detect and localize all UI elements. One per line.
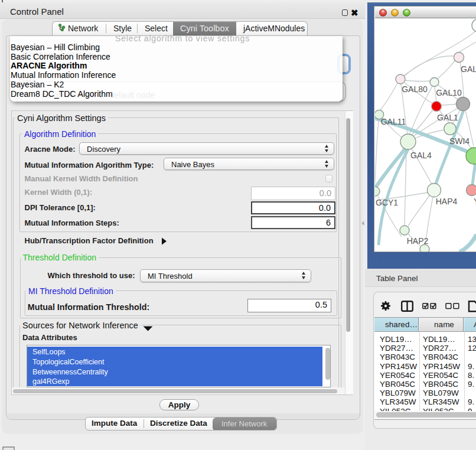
svg-text:GAL7: GAL7 [461, 64, 476, 74]
svg-text:GCY1: GCY1 [376, 198, 398, 207]
svg-text:SWI4: SWI4 [449, 136, 470, 146]
svg-text:Y: Y [474, 197, 476, 206]
svg-text:GAL80: GAL80 [402, 84, 428, 94]
svg-text:GAL1: GAL1 [437, 113, 458, 122]
svg-text:GAL10: GAL10 [436, 88, 462, 97]
svg-text:HAP2: HAP2 [407, 236, 429, 246]
svg-text:HAP4: HAP4 [436, 197, 458, 206]
svg-text:GAL11: GAL11 [381, 117, 406, 126]
svg-text:GAL4: GAL4 [410, 151, 432, 160]
